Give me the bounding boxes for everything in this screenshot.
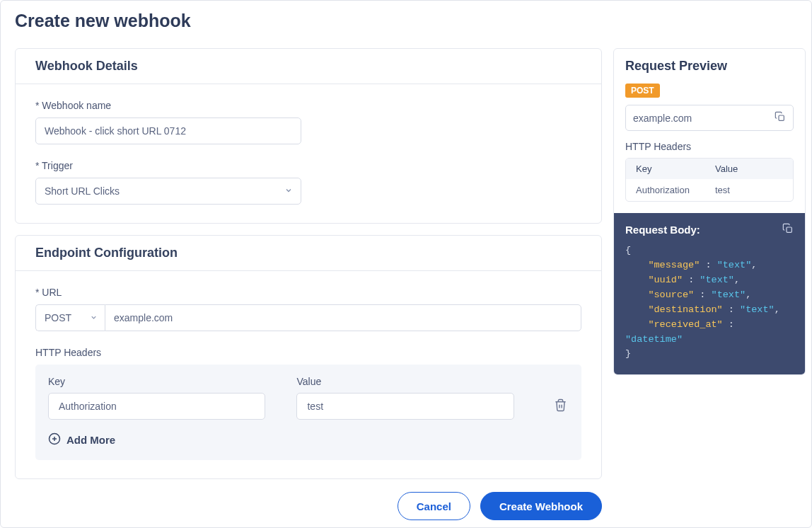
preview-headers-label: HTTP Headers	[625, 141, 794, 152]
copy-url-button[interactable]	[775, 111, 786, 125]
url-input[interactable]	[105, 304, 581, 331]
webhook-details-card: Webhook Details * Webhook name * Trigger…	[15, 48, 602, 224]
endpoint-heading: Endpoint Configuration	[35, 246, 581, 260]
preview-url-text: example.com	[633, 113, 692, 124]
preview-header-key: Authorization	[636, 185, 715, 195]
preview-table-head-value: Value	[715, 163, 783, 174]
request-preview-panel: Request Preview POST example.com	[613, 48, 806, 375]
request-body-title: Request Body:	[625, 224, 700, 236]
create-webhook-button[interactable]: Create Webhook	[480, 492, 602, 520]
method-select-value: POST	[45, 312, 71, 323]
preview-url-box: example.com	[625, 105, 794, 131]
plus-circle-icon	[48, 432, 61, 447]
http-headers-label: HTTP Headers	[35, 347, 581, 358]
cancel-button[interactable]: Cancel	[398, 492, 470, 520]
webhook-name-label: * Webhook name	[35, 100, 581, 111]
preview-header-value: test	[715, 185, 783, 195]
url-label: * URL	[35, 287, 581, 298]
trigger-select[interactable]: Short URL Clicks	[35, 178, 301, 205]
trigger-select-value: Short URL Clicks	[45, 185, 120, 197]
preview-headers-table: Key Value Authorization test	[625, 158, 794, 202]
header-value-label: Value	[296, 376, 514, 387]
copy-icon	[782, 226, 794, 236]
http-headers-block: Key Value	[35, 365, 581, 460]
header-key-input[interactable]	[48, 393, 265, 420]
add-more-label: Add More	[66, 434, 115, 446]
header-value-input[interactable]	[296, 393, 514, 420]
request-body-section: Request Body: { "message" : "text", "uui…	[614, 213, 805, 374]
preview-table-head-key: Key	[636, 163, 715, 174]
add-more-button[interactable]: Add More	[48, 432, 115, 447]
preview-title: Request Preview	[625, 59, 794, 74]
svg-rect-4	[787, 227, 791, 232]
endpoint-config-card: Endpoint Configuration * URL POST	[15, 235, 602, 479]
chevron-down-icon	[90, 312, 98, 323]
header-row: Key Value	[48, 376, 569, 420]
page-title: Create new webhook	[15, 11, 797, 31]
trigger-label: * Trigger	[35, 160, 581, 171]
webhook-name-input[interactable]	[35, 117, 301, 144]
copy-icon	[775, 114, 786, 125]
form-actions: Cancel Create Webhook	[15, 492, 602, 520]
preview-header-row: Authorization test	[626, 179, 793, 201]
delete-header-button[interactable]	[552, 393, 569, 420]
request-body-code: { "message" : "text", "uuid" : "text", "…	[625, 243, 794, 362]
copy-body-button[interactable]	[782, 223, 794, 236]
svg-rect-3	[779, 115, 784, 120]
method-select[interactable]: POST	[35, 304, 105, 331]
header-key-label: Key	[48, 376, 265, 387]
trash-icon	[554, 398, 567, 414]
method-badge: POST	[625, 84, 660, 98]
webhook-details-heading: Webhook Details	[35, 59, 581, 74]
